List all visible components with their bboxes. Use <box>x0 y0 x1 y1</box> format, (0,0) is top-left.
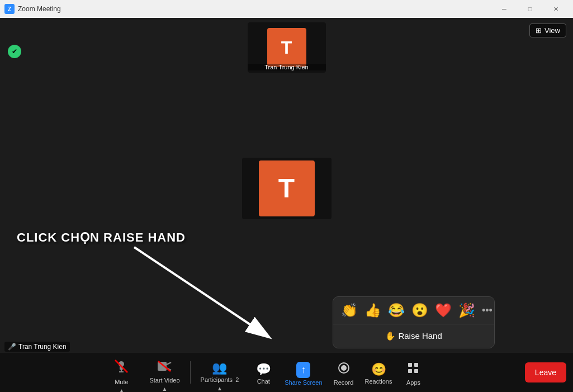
reaction-heart[interactable]: ❤️ <box>435 303 452 318</box>
svg-point-14 <box>341 365 347 371</box>
video-icon <box>157 360 172 376</box>
security-badge: ✔ <box>8 45 21 58</box>
svg-rect-16 <box>414 363 418 367</box>
mute-icon <box>113 358 129 377</box>
reactions-more-button[interactable]: ••• <box>482 305 493 317</box>
apps-button[interactable]: Apps <box>396 353 430 392</box>
leave-button[interactable]: Leave <box>525 362 566 382</box>
titlebar-title: Zoom Meeting <box>18 5 61 13</box>
mic-muted-icon: 🎤 <box>8 343 16 351</box>
titlebar-controls: ─ □ ✕ <box>491 0 569 18</box>
video-arrow[interactable]: ▲ <box>160 386 168 392</box>
participants-label: Participants 2 <box>201 376 239 383</box>
zoom-logo-icon: Z <box>4 4 15 14</box>
participant-tile-top: T Tran Trung Kien <box>248 22 326 73</box>
titlebar: Z Zoom Meeting ─ □ ✕ <box>0 0 573 18</box>
reactions-popup: 👏 👍 😂 😮 ❤️ 🎉 ••• ✋ Raise Hand <box>333 296 495 348</box>
participants-button[interactable]: 👥 Participants 2 <box>197 356 243 385</box>
reactions-row: 👏 👍 😂 😮 ❤️ 🎉 ••• <box>333 297 494 324</box>
reaction-party[interactable]: 🎉 <box>458 303 475 318</box>
participant-avatar-top: T <box>267 28 306 67</box>
restore-button[interactable]: □ <box>517 0 543 18</box>
titlebar-left: Z Zoom Meeting <box>4 4 61 14</box>
view-button[interactable]: ⊞ View <box>529 23 566 37</box>
reaction-clap[interactable]: 👏 <box>341 303 358 318</box>
mute-button[interactable]: Mute <box>105 354 138 388</box>
meeting-area: ⊞ View T Tran Trung Kien ✔ T CLICK CHỌN … <box>0 18 573 392</box>
mute-label: Mute <box>115 379 128 385</box>
grid-icon: ⊞ <box>536 26 542 35</box>
share-screen-label: Share Screen <box>285 379 322 386</box>
record-button[interactable]: Record <box>327 353 361 392</box>
shield-icon: ✔ <box>12 48 17 55</box>
svg-line-3 <box>134 247 268 337</box>
bottom-toolbar: Mute ▲ Start Video <box>0 353 573 392</box>
chat-label: Chat <box>257 378 270 385</box>
svg-line-10 <box>167 362 171 365</box>
participant-avatar-main: T <box>259 160 315 216</box>
record-label: Record <box>334 379 353 386</box>
chat-button[interactable]: 💬 Chat <box>247 353 280 392</box>
annotation-arrow <box>123 236 302 359</box>
apps-label: Apps <box>406 379 420 386</box>
annotation-text: CLICK CHỌN RAISE HAND <box>17 230 186 245</box>
start-video-label: Start Video <box>149 377 179 384</box>
close-button[interactable]: ✕ <box>543 0 569 18</box>
video-group: Start Video ▲ <box>143 353 186 392</box>
reactions-button[interactable]: 😊 Reactions <box>362 353 396 392</box>
participant-tile-main: T <box>242 158 332 219</box>
toolbar-left-group: Mute ▲ Start Video <box>7 353 525 392</box>
participants-icon: 👥 <box>212 361 227 375</box>
raise-hand-button[interactable]: ✋ Raise Hand <box>333 324 494 348</box>
view-label: View <box>544 26 560 35</box>
participant-name-top: Tran Trung Kien <box>248 64 326 70</box>
self-nametag: 🎤 Tran Trung Kien <box>4 342 70 352</box>
svg-text:Z: Z <box>8 6 11 12</box>
mute-group: Mute ▲ <box>101 353 141 392</box>
svg-rect-17 <box>408 369 412 373</box>
share-screen-button[interactable]: ↑ Share Screen <box>281 353 325 392</box>
svg-rect-18 <box>414 369 418 373</box>
participants-arrow[interactable]: ▲ <box>216 385 224 391</box>
mute-arrow[interactable]: ▲ <box>117 388 125 393</box>
self-name: Tran Trung Kien <box>18 343 67 351</box>
chat-icon: 💬 <box>256 362 271 377</box>
start-video-button[interactable]: Start Video <box>146 356 183 386</box>
reaction-thumbs-up[interactable]: 👍 <box>364 303 381 318</box>
share-screen-icon: ↑ <box>296 362 310 378</box>
apps-icon <box>406 361 420 378</box>
reaction-wow[interactable]: 😮 <box>411 303 428 318</box>
minimize-button[interactable]: ─ <box>491 0 517 18</box>
svg-rect-15 <box>408 363 412 367</box>
reactions-label: Reactions <box>365 378 392 385</box>
reaction-laugh[interactable]: 😂 <box>388 303 405 318</box>
record-icon <box>337 361 351 378</box>
toolbar-divider <box>190 361 191 384</box>
participants-group: 👥 Participants 2 ▲ <box>194 353 246 392</box>
reactions-icon: 😊 <box>371 362 386 377</box>
